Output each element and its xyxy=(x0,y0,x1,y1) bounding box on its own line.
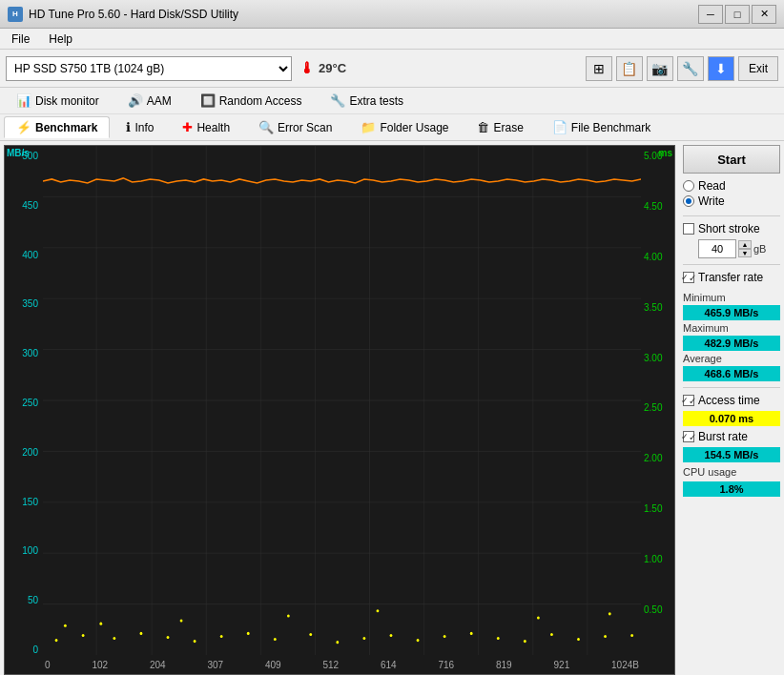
maximize-button[interactable]: □ xyxy=(725,5,750,24)
read-radio-label[interactable]: Read xyxy=(683,179,780,193)
read-radio[interactable] xyxy=(683,180,694,192)
access-dot xyxy=(537,616,540,619)
tab-error-scan[interactable]: 🔍 Error Scan xyxy=(246,116,344,138)
erase-icon: 🗑 xyxy=(477,120,489,134)
access-dot xyxy=(194,640,196,643)
access-dot xyxy=(167,636,170,639)
write-radio[interactable] xyxy=(683,195,694,207)
minimum-value: 465.9 MB/s xyxy=(683,305,780,320)
tab-erase[interactable]: 🗑 Erase xyxy=(464,116,535,138)
short-stroke-checkbox[interactable] xyxy=(683,223,694,235)
tab-file-benchmark[interactable]: 📄 File Benchmark xyxy=(540,116,663,138)
access-dot xyxy=(604,635,607,638)
burst-rate-value: 154.5 MB/s xyxy=(683,447,780,462)
x-label-204: 204 xyxy=(150,660,166,670)
access-dot xyxy=(113,637,115,640)
minimum-label: Minimum xyxy=(683,292,780,303)
menu-help[interactable]: Help xyxy=(41,31,80,48)
access-dot xyxy=(377,609,380,612)
y-right-100: 1.00 xyxy=(644,554,662,564)
toolbar-btn-5[interactable]: ⬇ xyxy=(708,56,734,81)
transfer-rate-checkbox[interactable]: ✓ xyxy=(683,272,694,283)
file-benchmark-icon: 📄 xyxy=(552,120,567,134)
short-stroke-checkbox-row[interactable]: Short stroke xyxy=(683,222,780,235)
write-radio-label[interactable]: Write xyxy=(683,194,780,208)
tab-disk-monitor[interactable]: 📊 Disk monitor xyxy=(4,90,112,112)
y-right-500: 5.00 xyxy=(644,151,662,161)
benchmark-icon: ⚡ xyxy=(16,120,31,134)
spinbox-arrows: ▲ ▼ xyxy=(738,240,752,257)
y-label-300: 300 xyxy=(22,348,38,358)
x-label-614: 614 xyxy=(381,660,397,670)
access-time-checkbox[interactable]: ✓ xyxy=(683,395,694,406)
toolbar-btn-2[interactable]: 📋 xyxy=(616,56,643,81)
toolbar: HP SSD S750 1TB (1024 gB) 🌡 29°C ⊞ 📋 📷 🔧… xyxy=(0,50,784,88)
info-icon: ℹ xyxy=(126,120,131,134)
exit-button[interactable]: Exit xyxy=(738,56,778,81)
spinbox-row: ▲ ▼ gB xyxy=(698,239,780,258)
y-label-50: 50 xyxy=(28,595,38,605)
tab-random-access[interactable]: 🔲 Random Access xyxy=(188,90,315,112)
y-right-50: 0.50 xyxy=(644,604,662,615)
menu-file[interactable]: File xyxy=(4,31,37,48)
temperature-value: 29°C xyxy=(319,61,346,75)
access-dot xyxy=(470,632,473,635)
window-controls: ─ □ ✕ xyxy=(698,5,776,24)
y-label-250: 250 xyxy=(22,398,38,408)
y-right-150: 1.50 xyxy=(644,503,662,514)
x-label-819: 819 xyxy=(496,660,512,670)
maximum-label: Maximum xyxy=(683,322,780,334)
access-dot xyxy=(336,641,339,644)
x-label-716: 716 xyxy=(438,660,454,670)
app-icon: H xyxy=(8,7,23,22)
y-right-450: 4.50 xyxy=(644,201,662,212)
toolbar-btn-4[interactable]: 🔧 xyxy=(677,56,704,81)
y-label-450: 450 xyxy=(22,200,38,211)
close-button[interactable]: ✕ xyxy=(752,5,776,24)
chart-area: MB/s ms xyxy=(4,145,675,675)
y-right-200: 2.00 xyxy=(644,453,662,463)
access-dot xyxy=(497,637,500,640)
y-right-250: 2.50 xyxy=(644,402,662,413)
x-axis: 0 102 204 307 409 512 614 716 819 921 10… xyxy=(43,655,641,674)
access-dot xyxy=(247,632,250,635)
temperature-icon: 🌡 xyxy=(299,60,315,77)
tab-extra-tests[interactable]: 🔧 Extra tests xyxy=(318,90,416,112)
temperature-display: 🌡 29°C xyxy=(299,60,346,77)
start-button[interactable]: Start xyxy=(683,145,780,174)
spinbox-up[interactable]: ▲ xyxy=(738,240,752,249)
toolbar-icons: ⊞ 📋 📷 🔧 ⬇ Exit xyxy=(586,56,778,81)
toolbar-btn-1[interactable]: ⊞ xyxy=(586,56,612,81)
access-time-checkbox-row[interactable]: ✓ Access time xyxy=(683,394,780,407)
x-label-1024: 1024B xyxy=(611,660,639,670)
write-label: Write xyxy=(698,194,725,208)
minimize-button[interactable]: ─ xyxy=(698,5,723,24)
sidebar: Start Read Write Short stroke ▲ ▼ gB xyxy=(679,141,784,675)
transfer-line xyxy=(43,178,641,183)
stats-section: Minimum 465.9 MB/s Maximum 482.9 MB/s Av… xyxy=(683,292,780,381)
access-time-value: 0.070 ms xyxy=(683,411,780,426)
toolbar-btn-3[interactable]: 📷 xyxy=(647,56,673,81)
folder-usage-icon: 📁 xyxy=(361,120,376,134)
tab-aam[interactable]: 🔊 AAM xyxy=(115,90,184,112)
tab-info[interactable]: ℹ Info xyxy=(113,116,166,138)
access-dot xyxy=(444,635,446,638)
access-dot xyxy=(609,612,611,615)
tab-health[interactable]: ✚ Health xyxy=(170,116,242,138)
y-label-500: 500 xyxy=(22,151,38,161)
y-label-350: 350 xyxy=(22,298,38,309)
transfer-rate-checkbox-row[interactable]: ✓ Transfer rate xyxy=(683,271,780,284)
stroke-value-input[interactable] xyxy=(698,239,736,258)
burst-rate-checkbox[interactable]: ✓ xyxy=(683,431,694,442)
y-axis-left: 500 450 400 350 300 250 200 150 100 50 0 xyxy=(5,151,41,655)
burst-rate-checkbox-row[interactable]: ✓ Burst rate xyxy=(683,430,780,443)
access-dot xyxy=(417,639,420,642)
access-dot xyxy=(82,634,85,637)
error-scan-icon: 🔍 xyxy=(258,120,274,134)
tab-benchmark[interactable]: ⚡ Benchmark xyxy=(4,116,110,138)
tab-folder-usage[interactable]: 📁 Folder Usage xyxy=(348,116,461,138)
spinbox-down[interactable]: ▼ xyxy=(738,249,752,257)
aam-icon: 🔊 xyxy=(128,93,143,108)
drive-select[interactable]: HP SSD S750 1TB (1024 gB) xyxy=(6,56,292,81)
access-dot xyxy=(220,635,223,638)
